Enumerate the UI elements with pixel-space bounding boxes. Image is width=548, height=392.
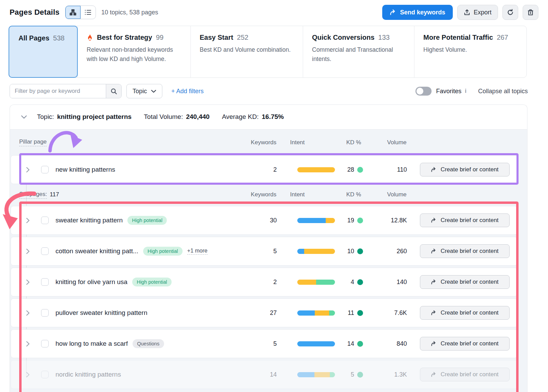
subpages-header-row: Subpages: 117 Keywords Intent KD % Volum… bbox=[11, 187, 518, 202]
tab-description: Commercial and Transactional intents. bbox=[312, 45, 405, 64]
keywords-count: 30 bbox=[246, 217, 277, 224]
favorites-toggle[interactable] bbox=[415, 87, 432, 96]
row-checkbox[interactable] bbox=[41, 278, 49, 286]
page-title-text[interactable]: sweater knitting pattern bbox=[55, 217, 123, 224]
expand-row-chevron-icon[interactable] bbox=[11, 248, 36, 254]
kd-value: 28 bbox=[347, 166, 354, 173]
kd-dot bbox=[357, 310, 363, 316]
table-row: knitting for olive yarn usa High potenti… bbox=[11, 268, 518, 296]
favorites-label: Favorites bbox=[436, 88, 461, 95]
topic-average-kd: Average KD:16.75% bbox=[222, 113, 284, 121]
list-view-button[interactable] bbox=[80, 6, 96, 19]
create-brief-button[interactable]: Create brief or content bbox=[420, 337, 510, 351]
tab-quick-conversions[interactable]: Quick Conversions 133 Commercial and Tra… bbox=[303, 26, 414, 77]
table-row: nordic knitting patterns 14 5 1.3K Creat… bbox=[11, 360, 518, 389]
column-header-intent: Intent bbox=[276, 139, 328, 146]
create-brief-button[interactable]: Create brief or content bbox=[420, 275, 510, 289]
expand-row-chevron-icon[interactable] bbox=[11, 279, 36, 285]
page-title-text[interactable]: nordic knitting patterns bbox=[55, 371, 121, 378]
column-header-keywords: Keywords bbox=[246, 191, 276, 198]
search-group bbox=[10, 84, 122, 98]
column-header-intent: Intent bbox=[276, 191, 328, 198]
row-checkbox[interactable] bbox=[41, 217, 49, 224]
volume-value: 110 bbox=[376, 166, 417, 173]
kd-value: 14 bbox=[347, 340, 354, 347]
expand-row-chevron-icon[interactable] bbox=[11, 218, 36, 223]
tab-description: Relevant non-branded keywords with low K… bbox=[87, 45, 180, 64]
delete-button[interactable] bbox=[523, 5, 538, 20]
tab-all-pages[interactable]: All Pages 538 bbox=[9, 26, 78, 78]
collapse-topic-chevron-icon[interactable] bbox=[21, 115, 27, 119]
collapse-all-topics-link[interactable]: Collapse all topics bbox=[478, 88, 528, 95]
kd-dot bbox=[357, 372, 363, 378]
top-bar: Pages Details 10 topics, 538 pages Send … bbox=[0, 0, 548, 25]
row-checkbox[interactable] bbox=[41, 340, 49, 347]
topics-pages-summary: 10 topics, 538 pages bbox=[101, 9, 158, 16]
keywords-count: 5 bbox=[246, 248, 277, 255]
tree-view-button[interactable] bbox=[65, 6, 80, 19]
top-actions: Send keywords Export bbox=[382, 5, 538, 20]
page-title-text[interactable]: cotton sweater knitting patt... bbox=[55, 247, 138, 255]
pillar-page-label[interactable]: Pillar page bbox=[19, 138, 47, 146]
kd-dot bbox=[357, 341, 363, 347]
column-header-keywords: Keywords bbox=[246, 139, 276, 146]
subpage-rows: sweater knitting pattern High potential … bbox=[10, 206, 527, 389]
expand-row-chevron-icon[interactable] bbox=[11, 310, 36, 316]
topic-filter-dropdown[interactable]: Topic bbox=[126, 84, 162, 98]
search-button[interactable] bbox=[106, 84, 121, 98]
page-title-text[interactable]: pullover sweater knitting pattern bbox=[55, 309, 147, 317]
volume-value: 7.6K bbox=[376, 309, 417, 317]
kd-dot bbox=[357, 279, 363, 285]
add-filters-link[interactable]: + Add filters bbox=[171, 88, 204, 95]
subpages-label[interactable]: Subpages: bbox=[19, 191, 47, 199]
create-brief-button[interactable]: Create brief or content bbox=[420, 163, 510, 176]
kd-dot bbox=[357, 167, 363, 173]
info-icon[interactable]: i bbox=[465, 88, 466, 95]
volume-value: 840 bbox=[376, 340, 417, 347]
table-row: sweater knitting pattern High potential … bbox=[11, 206, 518, 235]
table-row: pullover sweater knitting pattern 27 11 … bbox=[11, 298, 518, 327]
create-brief-button[interactable]: Create brief or content bbox=[420, 213, 510, 227]
tab-more-potential-traffic[interactable]: More Potential Traffic 267 Highest Volum… bbox=[414, 26, 526, 77]
send-arrow-icon bbox=[431, 310, 437, 316]
send-arrow-icon bbox=[431, 279, 437, 285]
create-brief-button[interactable]: Create brief or content bbox=[420, 368, 510, 381]
send-arrow-icon bbox=[431, 248, 437, 254]
subpages-count: 117 bbox=[50, 191, 59, 198]
keywords-count: 2 bbox=[246, 279, 277, 286]
expand-row-chevron-icon[interactable] bbox=[11, 167, 36, 173]
send-arrow-icon bbox=[431, 167, 437, 172]
page-title-text[interactable]: knitting for olive yarn usa bbox=[55, 278, 127, 286]
column-header-kd: KD % bbox=[328, 139, 376, 146]
questions-badge: Questions bbox=[133, 339, 164, 348]
send-keywords-button[interactable]: Send keywords bbox=[382, 5, 453, 20]
kd-dot bbox=[357, 248, 363, 254]
expand-row-chevron-icon[interactable] bbox=[11, 372, 36, 378]
row-checkbox[interactable] bbox=[41, 247, 49, 255]
page-title-text[interactable]: how long to make a scarf bbox=[55, 340, 128, 347]
export-button[interactable]: Export bbox=[457, 5, 498, 20]
more-badges-link[interactable]: +1 more bbox=[187, 248, 208, 255]
search-input[interactable] bbox=[10, 84, 106, 98]
table-row: how long to make a scarf Questions 5 14 … bbox=[11, 329, 518, 358]
keywords-count: 14 bbox=[246, 371, 277, 378]
tab-easy-start[interactable]: Easy Start 252 Best KD and Volume combin… bbox=[190, 26, 303, 77]
page-title-text[interactable]: new knitting patterns bbox=[55, 166, 115, 173]
create-brief-button[interactable]: Create brief or content bbox=[420, 306, 510, 320]
row-checkbox[interactable] bbox=[41, 371, 49, 378]
create-brief-button[interactable]: Create brief or content bbox=[420, 244, 510, 258]
row-checkbox[interactable] bbox=[41, 309, 49, 317]
row-checkbox[interactable] bbox=[41, 166, 49, 173]
tab-best-for-strategy[interactable]: Best for Strategy 99 Relevant non-brande… bbox=[77, 26, 190, 77]
pillar-row: new knitting patterns 2 28 110 Create br… bbox=[11, 155, 518, 184]
keywords-count: 5 bbox=[246, 340, 277, 347]
kd-dot bbox=[357, 218, 363, 223]
keywords-count: 2 bbox=[246, 166, 277, 173]
refresh-button[interactable] bbox=[502, 5, 518, 20]
topic-panel: Topic:knitting project patterns Total Vo… bbox=[10, 105, 527, 392]
expand-row-chevron-icon[interactable] bbox=[11, 341, 36, 347]
send-arrow-icon bbox=[431, 218, 437, 223]
view-toggle bbox=[65, 5, 96, 19]
strategy-tabs: All Pages 538 Best for Strategy 99 Relev… bbox=[9, 26, 527, 78]
page-title: Pages Details bbox=[10, 8, 60, 17]
